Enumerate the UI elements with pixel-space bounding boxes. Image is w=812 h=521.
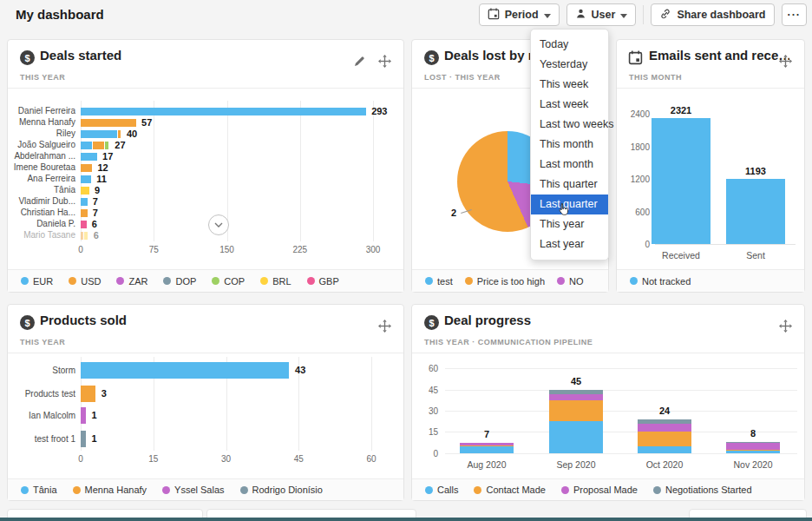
stack-segment	[549, 421, 603, 452]
stack-segment	[460, 445, 514, 447]
x-tick-label: 45	[294, 454, 304, 464]
legend-item: Contact Made	[474, 485, 545, 495]
legend-label: Rodrigo Dionísio	[252, 485, 323, 495]
x-tick-label: 75	[149, 245, 159, 254]
bar-segment	[84, 232, 87, 240]
category-label: Sep 2020	[557, 459, 596, 470]
x-tick-label: 0	[78, 245, 83, 254]
menu-item-last-year[interactable]: Last year	[531, 234, 608, 254]
axis-baseline	[655, 244, 796, 245]
legend-label: DOP	[175, 276, 196, 287]
bar-value-label: 7	[93, 196, 98, 207]
move-icon[interactable]	[779, 55, 792, 68]
legend-item: COP	[212, 276, 245, 287]
widget-header: $ Products sold THIS YEAR	[8, 305, 403, 353]
bar	[81, 362, 289, 379]
toolbar: Period User Share dashboard ···	[479, 3, 807, 26]
bar-segment	[81, 221, 87, 228]
legend-item: Calls	[425, 485, 458, 495]
menu-item-last-month[interactable]: Last month	[531, 155, 608, 175]
menu-item-this-quarter[interactable]: This quarter	[531, 175, 608, 195]
legend-item: USD	[69, 276, 101, 287]
menu-item-last-two-weeks[interactable]: Last two weeks	[531, 115, 608, 135]
legend-item: Negotiations Started	[653, 485, 752, 495]
category-label: Oct 2020	[646, 459, 684, 470]
chevron-down-icon	[544, 9, 551, 21]
widget-subtitle: THIS MONTH	[629, 73, 682, 82]
bar-segment	[81, 198, 88, 206]
gridline	[373, 101, 374, 241]
y-tick-label: 30	[412, 406, 438, 416]
x-tick-label: 15	[148, 454, 158, 464]
legend-label: Negotiations Started	[665, 485, 752, 495]
legend-dot	[21, 486, 29, 494]
bar-value-label: 1193	[745, 166, 766, 176]
stack-segment	[460, 446, 514, 452]
legend-dot	[653, 486, 661, 494]
legend-label: COP	[224, 276, 245, 287]
legend-dot	[425, 486, 433, 494]
legend-dot	[240, 486, 248, 494]
stack-segment	[726, 450, 780, 452]
gridline	[371, 357, 372, 451]
category-label: Nov 2020	[734, 459, 773, 470]
menu-item-today[interactable]: Today	[531, 35, 608, 55]
share-dashboard-button[interactable]: Share dashboard	[651, 3, 774, 26]
stack-segment	[638, 432, 691, 445]
expand-rows-button[interactable]	[208, 214, 229, 235]
bar-value-label: 7	[93, 208, 98, 218]
legend-dot	[557, 277, 565, 285]
period-button-label: Period	[505, 9, 539, 21]
x-tick-label: 60	[366, 454, 376, 464]
legend-label: Menna Hanafy	[85, 485, 147, 495]
legend-item: Yssel Salas	[162, 485, 224, 495]
legend-dot	[73, 486, 81, 494]
gridline	[445, 390, 797, 391]
widget-title: Deal progress	[444, 313, 531, 327]
bar-value-label: 293	[371, 106, 387, 116]
bar-segment	[81, 119, 136, 127]
edit-icon[interactable]	[353, 55, 366, 68]
x-tick-label: 300	[366, 245, 381, 254]
currency-icon: $	[424, 50, 439, 65]
legend-label: Price is too high	[477, 276, 545, 287]
row-label: Menna Hanafy	[8, 117, 75, 127]
move-icon[interactable]	[378, 55, 391, 68]
legend-dot	[212, 277, 219, 285]
bar-segment	[105, 142, 108, 149]
row-label: Tânia	[8, 185, 75, 195]
currency-icon: $	[20, 50, 35, 65]
stack-segment	[638, 419, 691, 424]
page-title: My dashboard	[16, 7, 104, 22]
widget-subtitle: LOST · THIS YEAR	[424, 73, 501, 82]
link-icon	[659, 8, 671, 23]
legend-label: Yssel Salas	[174, 485, 224, 495]
y-tick-label: 60	[412, 364, 438, 373]
y-tick-label: 1800	[617, 142, 650, 152]
widget-header: $ Deals started THIS YEAR	[8, 40, 403, 89]
more-options-button[interactable]: ···	[782, 3, 808, 26]
menu-item-yesterday[interactable]: Yesterday	[531, 55, 608, 75]
bar-value-label: 1	[92, 410, 97, 420]
row-label: test froot 1	[8, 434, 75, 444]
widget-emails: Emails sent and rece… THIS MONTH 0600120…	[616, 39, 805, 293]
move-icon[interactable]	[378, 320, 391, 333]
y-tick-label: 1200	[617, 175, 650, 184]
menu-item-this-month[interactable]: This month	[531, 135, 608, 155]
products-sold-legend: TâniaMenna HanafyYssel SalasRodrigo Dion…	[8, 478, 403, 500]
bar-segment	[81, 108, 366, 115]
legend-label: test	[437, 276, 453, 287]
y-tick-label: 45	[412, 386, 438, 395]
period-button[interactable]: Period	[479, 3, 560, 26]
user-button[interactable]: User	[566, 3, 637, 26]
legend-item: ZAR	[116, 276, 147, 287]
menu-item-last-week[interactable]: Last week	[531, 95, 608, 115]
menu-item-this-week[interactable]: This week	[531, 75, 608, 95]
category-label: Received	[662, 250, 700, 260]
widget-title: Products sold	[40, 313, 127, 327]
share-dashboard-label: Share dashboard	[677, 9, 765, 21]
bar-value-label: 9	[95, 185, 100, 195]
move-icon[interactable]	[779, 320, 792, 333]
bar-segment	[81, 164, 92, 172]
calendar-icon	[488, 8, 500, 23]
